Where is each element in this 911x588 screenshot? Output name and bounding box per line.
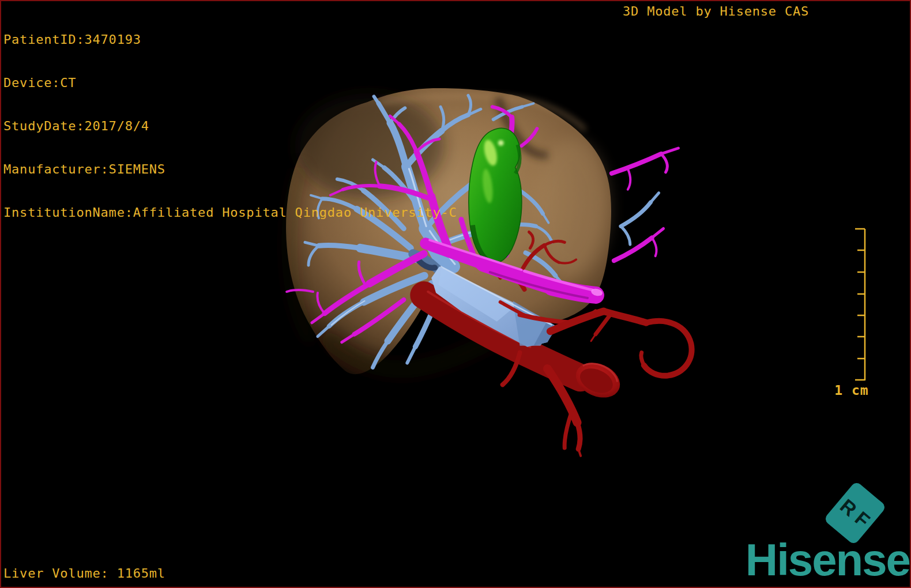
institution-line: InstitutionName:Affiliated Hospital Qing… [3, 205, 457, 220]
watermark-title: 3D Model by Hisense CAS [623, 4, 809, 18]
cas-3d-viewer-window: { "window": { "app": "Hisense CAS 3D mod… [0, 0, 911, 588]
scale-bar-ruler [833, 225, 879, 384]
patient-id-line: PatientID:3470193 [3, 32, 457, 47]
study-date-line: StudyDate:2017/8/4 [3, 119, 457, 133]
liver-volume-readout: Liver Volume: 1165ml [3, 566, 165, 581]
liver-volume-label: Liver Volume: [3, 566, 109, 581]
scale-bar-label: 1 cm [833, 383, 871, 398]
liver-volume-value: 1165ml [117, 566, 165, 581]
patient-info-block: PatientID:3470193 Device:CT StudyDate:20… [3, 3, 457, 234]
device-line: Device:CT [3, 76, 457, 90]
hisense-logo: Hisense [746, 537, 910, 582]
manufacturer-line: Manufacturer:SIEMENS [3, 162, 457, 176]
scale-bar: 1 cm [833, 225, 879, 400]
gallbladder-mesh[interactable] [469, 128, 522, 263]
